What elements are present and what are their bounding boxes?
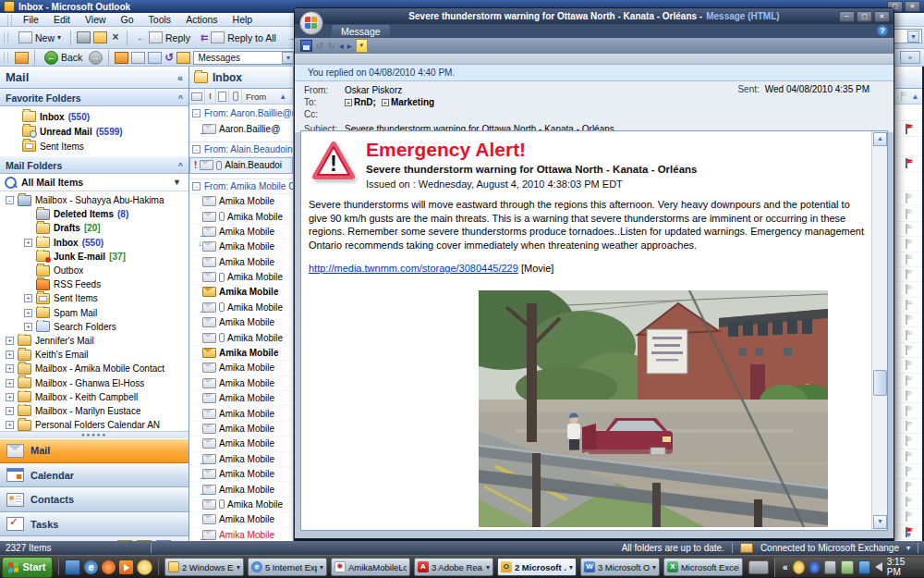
delete-icon[interactable]: × bbox=[110, 32, 121, 43]
scroll-down-icon[interactable]: ▼ bbox=[895, 531, 922, 539]
taskbar-button-microsoft-outlook[interactable]: O2 Microsoft ...▾ bbox=[497, 558, 577, 576]
tree-item-inbox[interactable]: +Inbox(550) bbox=[0, 236, 188, 250]
mail-list-item[interactable]: Amika Mobile bbox=[189, 437, 293, 451]
show-desktop-icon[interactable] bbox=[65, 560, 80, 575]
current-view-combo[interactable]: Messages ▾ bbox=[193, 51, 297, 65]
flag-cell[interactable] bbox=[895, 464, 922, 479]
connection-status[interactable]: Connected to Microsoft Exchange bbox=[760, 543, 899, 553]
new-button[interactable]: New ▾ bbox=[15, 31, 65, 44]
taskbar-button-microsoft-excel[interactable]: XMicrosoft Excel ... bbox=[663, 558, 743, 576]
list-group-header[interactable]: -From: Alain.Beaudoine bbox=[189, 141, 293, 157]
flag-cell[interactable] bbox=[895, 298, 922, 313]
undo-icon[interactable]: ↺ bbox=[316, 41, 323, 51]
tray-network-icon[interactable] bbox=[858, 560, 870, 574]
flag-cell[interactable] bbox=[895, 267, 922, 282]
dropdown-arrow-icon[interactable]: ▾ bbox=[486, 563, 490, 572]
address-book-icon[interactable] bbox=[176, 52, 190, 64]
preview-icon[interactable] bbox=[148, 52, 162, 64]
tree-item-search-folders[interactable]: +Search Folders bbox=[0, 320, 188, 334]
tree-item-mailbox-suhayya-abu-hakima[interactable]: -Mailbox - Suhayya Abu-Hakima bbox=[0, 193, 188, 207]
combo-dropdown-icon[interactable]: ▾ bbox=[282, 52, 294, 64]
flag-cell[interactable] bbox=[895, 495, 922, 510]
expand-toggle[interactable]: + bbox=[6, 379, 14, 387]
close-button[interactable]: ✕ bbox=[905, 1, 920, 12]
taskbar-button-amika-mobile[interactable]: ✱AmikaMobileLo... bbox=[331, 558, 410, 576]
tray-battery-icon[interactable] bbox=[841, 560, 853, 574]
flag-cell[interactable] bbox=[895, 358, 922, 373]
mail-folders-header[interactable]: Mail Folders^ bbox=[0, 156, 188, 174]
favorite-folder-unread-mail[interactable]: Unread Mail(5599) bbox=[0, 124, 188, 139]
taskbar-button-internet-explorer[interactable]: e5 Internet Expl...▾ bbox=[248, 558, 327, 576]
nav-calendar[interactable]: Calendar bbox=[0, 463, 188, 488]
flag-cell[interactable] bbox=[895, 121, 922, 136]
tree-item-mailbox-marilyn-eustace[interactable]: +Mailbox - Marilyn Eustace bbox=[0, 404, 188, 418]
tray-messenger-icon[interactable] bbox=[809, 561, 820, 573]
mail-list-item[interactable]: Amika Mobile bbox=[189, 240, 293, 254]
internet-explorer-icon[interactable]: e bbox=[84, 560, 98, 574]
scrollbar-thumb[interactable] bbox=[873, 370, 887, 396]
mail-list-item[interactable]: Amika Mobile bbox=[189, 270, 293, 285]
dropdown-arrow-icon[interactable]: ▾ bbox=[569, 563, 573, 572]
scroll-down-icon[interactable]: ▼ bbox=[873, 515, 887, 529]
flag-cell[interactable] bbox=[895, 191, 922, 206]
menu-view[interactable]: View bbox=[78, 14, 114, 25]
minimize-button[interactable]: ─ bbox=[839, 11, 855, 22]
mail-list-item[interactable]: Amika Mobile bbox=[189, 194, 293, 209]
mail-list-item[interactable]: Amika Mobile bbox=[189, 346, 293, 361]
attachment-column[interactable] bbox=[229, 89, 242, 104]
body-scrollbar[interactable]: ▲ ▼ bbox=[871, 131, 887, 530]
flag-cell[interactable] bbox=[895, 252, 922, 267]
expand-toggle[interactable]: + bbox=[24, 309, 32, 317]
item-type-column[interactable] bbox=[216, 89, 229, 104]
next-item-icon[interactable]: ▸ bbox=[347, 41, 352, 51]
reply-to-all-button[interactable]: ⇇ Reply to All bbox=[197, 31, 280, 44]
tree-item-sent-items[interactable]: +Sent Items bbox=[0, 291, 188, 305]
mail-list-item[interactable]: Amika Mobile bbox=[189, 452, 293, 467]
pane-splitter[interactable]: ●●●●● bbox=[0, 431, 188, 438]
favorite-folder-sent-items[interactable]: Sent Items bbox=[0, 139, 188, 154]
mail-list-item[interactable]: Amika Mobile bbox=[189, 315, 293, 330]
flag-cell[interactable] bbox=[895, 388, 922, 403]
mail-list-item[interactable]: Amika Mobile bbox=[189, 330, 293, 345]
mail-list-item[interactable]: Amika Mobile bbox=[189, 255, 293, 270]
menu-go[interactable]: Go bbox=[114, 14, 141, 25]
menu-actions[interactable]: Actions bbox=[178, 14, 225, 25]
clock-app-icon[interactable] bbox=[137, 560, 152, 575]
tree-item-deleted-items[interactable]: +Deleted Items(8) bbox=[0, 207, 188, 221]
expand-toggle[interactable]: + bbox=[24, 294, 32, 302]
flag-cell[interactable] bbox=[895, 313, 922, 327]
tree-item-drafts[interactable]: +Drafts[20] bbox=[0, 221, 188, 235]
nav-tasks[interactable]: Tasks bbox=[0, 512, 188, 537]
nav-contacts[interactable]: Contacts bbox=[0, 487, 188, 512]
print-icon[interactable] bbox=[77, 31, 91, 43]
expand-toggle[interactable]: + bbox=[6, 407, 14, 415]
help-icon[interactable]: ? bbox=[877, 25, 888, 36]
mail-list-item[interactable]: Amika Mobile bbox=[189, 361, 293, 375]
favorite-folders-header[interactable]: Favorite Folders^ bbox=[0, 89, 188, 106]
previous-item-icon[interactable]: ◂ bbox=[339, 41, 344, 51]
tray-display-icon[interactable] bbox=[824, 560, 836, 574]
keyboard-icon[interactable] bbox=[748, 560, 769, 574]
tray-volume-icon[interactable] bbox=[875, 562, 882, 572]
expand-toggle[interactable]: + bbox=[24, 239, 32, 247]
tree-item-outbox[interactable]: +Outbox bbox=[0, 264, 188, 277]
list-group-header[interactable]: -From: Amika Mobile C bbox=[189, 178, 293, 194]
expand-toggle[interactable]: + bbox=[6, 350, 14, 359]
sort-by-icon[interactable] bbox=[189, 89, 205, 104]
forward-nav-icon[interactable]: → bbox=[89, 51, 103, 65]
menu-file[interactable]: File bbox=[16, 14, 46, 25]
dropdown-arrow-icon[interactable]: ▾ bbox=[237, 563, 240, 572]
from-value[interactable]: Oskar Piskorz bbox=[345, 85, 402, 95]
list-group-header[interactable]: -From: Aaron.Baillie@io bbox=[189, 106, 293, 121]
expand-toggle[interactable]: - bbox=[6, 196, 14, 204]
expand-toggle[interactable]: + bbox=[6, 393, 14, 401]
taskbar-button-microsoft-word[interactable]: W3 Microsoft Off...▾ bbox=[580, 558, 660, 576]
menu-edit[interactable]: Edit bbox=[46, 14, 78, 25]
flag-cell[interactable] bbox=[895, 510, 922, 524]
flag-cell[interactable] bbox=[895, 327, 922, 342]
flag-cell[interactable] bbox=[895, 282, 922, 297]
office-button[interactable] bbox=[299, 11, 323, 35]
mail-list-item[interactable]: Amika Mobile bbox=[189, 406, 293, 421]
tree-item-jennifer-s-mail[interactable]: +Jennifer's Mail bbox=[0, 334, 188, 348]
expand-toggle[interactable]: + bbox=[24, 323, 32, 331]
